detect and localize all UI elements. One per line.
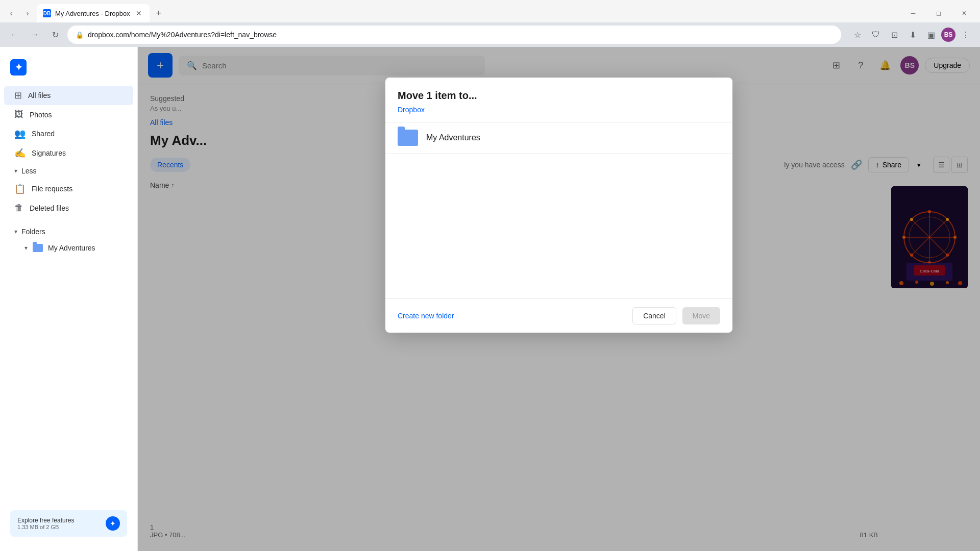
app-container: ✦ ⊞ All files 🖼 Photos 👥 Shared ✍ Signat…: [0, 47, 980, 551]
folder-label: My Adventures: [48, 244, 95, 252]
extensions-button[interactable]: 🛡: [868, 27, 884, 43]
back-button[interactable]: ←: [6, 27, 22, 43]
shared-icon: 👥: [14, 128, 26, 139]
sidebar: ✦ ⊞ All files 🖼 Photos 👥 Shared ✍ Signat…: [0, 47, 138, 551]
explore-sub: 1.33 MB of 2 GB: [17, 524, 74, 530]
modal-header: Move 1 item to... Dropbox: [385, 78, 732, 122]
sidebar-less-section[interactable]: ▾ Less: [4, 163, 133, 179]
explore-box[interactable]: Explore free features 1.33 MB of 2 GB ✦: [10, 510, 127, 537]
folder-icon-large: [398, 130, 418, 146]
modal-footer: Create new folder Cancel Move: [385, 298, 732, 333]
sidebar-item-label: Shared: [32, 130, 55, 138]
sidebar-item-my-adventures[interactable]: ▾ My Adventures: [4, 240, 133, 256]
less-label: Less: [21, 167, 37, 175]
move-dialog: Move 1 item to... Dropbox My Adventures …: [385, 78, 732, 333]
sidebar-item-file-requests[interactable]: 📋 File requests: [4, 179, 133, 198]
modal-actions: Cancel Move: [632, 307, 720, 324]
bookmark-button[interactable]: ☆: [849, 27, 866, 43]
sidebar-item-label: Deleted files: [30, 204, 69, 212]
reload-button[interactable]: ↻: [47, 27, 63, 43]
folder-list-item[interactable]: My Adventures: [385, 122, 732, 154]
browser-actions: ☆ 🛡 ⊡ ⬇ ▣ BS ⋮: [849, 27, 974, 43]
sidebar-item-deleted-files[interactable]: 🗑 Deleted files: [4, 198, 133, 217]
sidebar-item-label: File requests: [32, 185, 72, 193]
url-bar[interactable]: 🔒 dropbox.com/home/My%20Adventures?di=le…: [67, 26, 841, 44]
sidebar-item-label: Photos: [30, 111, 52, 119]
address-bar: ← → ↻ 🔒 dropbox.com/home/My%20Adventures…: [0, 22, 980, 47]
cancel-button[interactable]: Cancel: [632, 307, 676, 324]
download-button[interactable]: ⬇: [904, 27, 921, 43]
explore-section: Explore free features 1.33 MB of 2 GB ✦: [0, 504, 137, 543]
modal-title: Move 1 item to...: [398, 90, 720, 102]
new-tab-button[interactable]: +: [152, 6, 166, 20]
move-button[interactable]: Move: [682, 307, 720, 324]
create-folder-button[interactable]: Create new folder: [398, 312, 454, 320]
chevron-down-icon: ▾: [14, 167, 17, 174]
sidebar-item-shared[interactable]: 👥 Shared: [4, 124, 133, 143]
explore-label: Explore free features: [17, 517, 74, 524]
sidebar-item-all-files[interactable]: ⊞ All files: [4, 86, 133, 105]
screen-cast-button[interactable]: ▣: [923, 27, 939, 43]
modal-body: My Adventures: [385, 122, 732, 298]
profile-button[interactable]: BS: [941, 28, 955, 42]
sidebar-item-photos[interactable]: 🖼 Photos: [4, 105, 133, 124]
extensions2-button[interactable]: ⊡: [886, 27, 902, 43]
modal-overlay: Move 1 item to... Dropbox My Adventures …: [138, 47, 980, 551]
sidebar-item-signatures[interactable]: ✍ Signatures: [4, 143, 133, 163]
menu-button[interactable]: ⋮: [958, 27, 974, 43]
forward-button[interactable]: →: [27, 27, 43, 43]
sidebar-item-label: All files: [28, 91, 51, 99]
deleted-files-icon: 🗑: [14, 203, 23, 213]
close-button[interactable]: ✕: [952, 5, 976, 21]
file-requests-icon: 📋: [14, 183, 26, 194]
chevron-right-icon: ▾: [24, 244, 28, 252]
chevron-down-icon: ▾: [14, 228, 17, 235]
browser-tab[interactable]: DB My Adventures - Dropbox ✕: [37, 4, 150, 22]
browser-chrome: ‹ › DB My Adventures - Dropbox ✕ + ─ ◻ ✕…: [0, 0, 980, 47]
tab-favicon: DB: [43, 9, 51, 17]
folder-icon: [33, 244, 43, 252]
tab-bar: ‹ › DB My Adventures - Dropbox ✕ + ─ ◻ ✕: [0, 0, 980, 22]
signatures-icon: ✍: [14, 147, 26, 159]
folders-label: Folders: [21, 228, 45, 236]
all-files-icon: ⊞: [14, 90, 22, 101]
tab-title: My Adventures - Dropbox: [55, 10, 130, 17]
photos-icon: 🖼: [14, 109, 23, 120]
main-content: + 🔍 ⊞ ? 🔔 BS Upgrade Suggested As you u.…: [138, 47, 980, 551]
folder-item-name: My Adventures: [426, 133, 480, 142]
tab-nav-back[interactable]: ‹: [4, 6, 18, 20]
explore-icon: ✦: [106, 516, 120, 531]
lock-icon: 🔒: [76, 31, 84, 39]
explore-text-block: Explore free features 1.33 MB of 2 GB: [17, 517, 74, 530]
minimize-button[interactable]: ─: [901, 5, 925, 21]
modal-breadcrumb[interactable]: Dropbox: [398, 106, 720, 114]
dropbox-logo: ✦: [0, 55, 137, 86]
sidebar-item-label: Signatures: [32, 149, 66, 157]
sidebar-folders-section[interactable]: ▾ Folders: [4, 223, 133, 240]
tab-nav-forward[interactable]: ›: [20, 6, 35, 20]
dropbox-icon: ✦: [10, 59, 27, 76]
restore-button[interactable]: ◻: [927, 5, 950, 21]
tab-close-button[interactable]: ✕: [134, 9, 143, 18]
url-text: dropbox.com/home/My%20Adventures?di=left…: [88, 31, 277, 39]
